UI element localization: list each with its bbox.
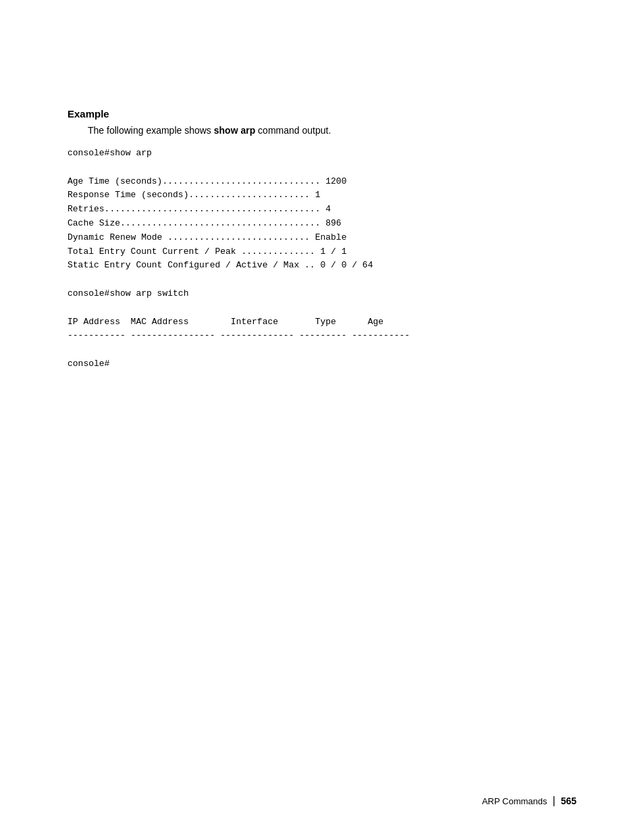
footer-section-label: ARP Commands (482, 796, 547, 806)
code-block: console#show arp Age Time (seconds).....… (68, 147, 576, 371)
description-suffix: command output. (255, 125, 331, 136)
footer: ARP Commands | 565 (482, 795, 576, 807)
example-heading: Example (68, 108, 576, 120)
example-section: Example The following example shows show… (68, 108, 576, 371)
description-command: show arp (214, 125, 255, 136)
footer-page-number: 565 (561, 796, 576, 806)
footer-separator: | (552, 795, 555, 807)
description-prefix: The following example shows (88, 125, 214, 136)
example-description: The following example shows show arp com… (88, 125, 576, 136)
page: Example The following example shows show… (0, 0, 644, 834)
